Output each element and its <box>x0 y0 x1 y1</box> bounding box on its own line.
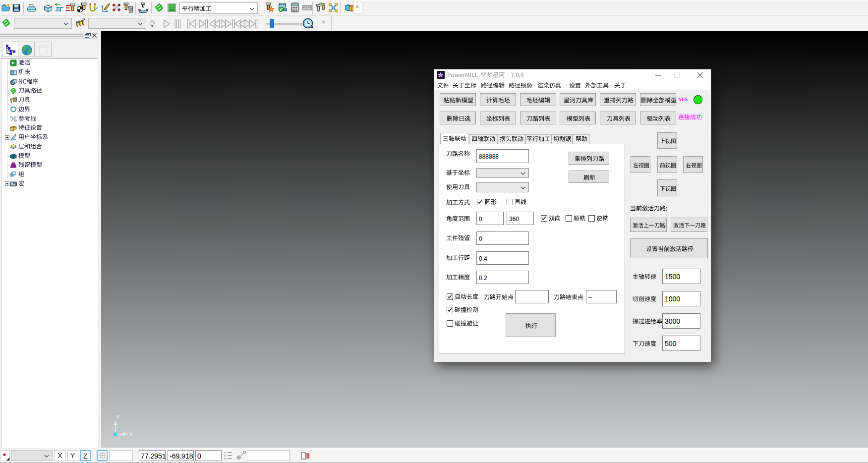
svg-text:Y: Y <box>116 414 120 420</box>
svg-text:Z: Z <box>117 426 121 433</box>
svg-text:z: z <box>224 457 226 461</box>
svg-text:X: X <box>129 431 133 437</box>
